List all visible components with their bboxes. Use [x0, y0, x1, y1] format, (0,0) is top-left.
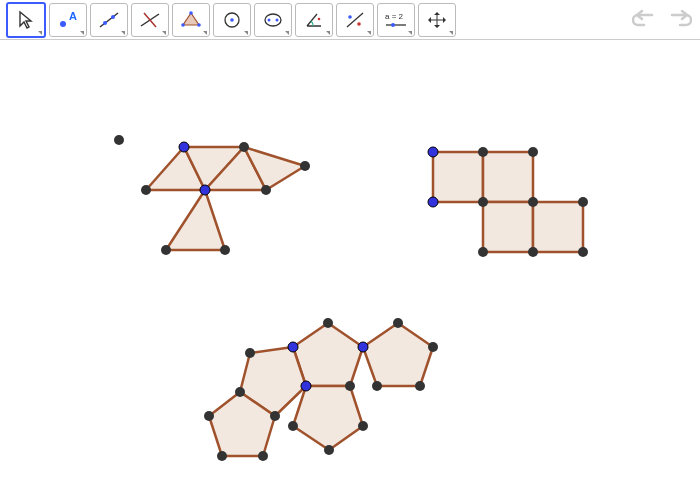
svg-point-22	[391, 23, 395, 27]
svg-point-72	[288, 421, 298, 431]
svg-point-13	[265, 14, 281, 26]
svg-point-38	[114, 135, 124, 145]
undo-redo-group	[630, 5, 694, 35]
svg-point-8	[189, 11, 193, 15]
svg-marker-42	[533, 202, 583, 252]
svg-point-45	[478, 197, 488, 207]
redo-icon	[666, 9, 692, 31]
svg-point-49	[528, 247, 538, 257]
svg-point-19	[357, 22, 361, 26]
svg-point-14	[268, 18, 271, 21]
ellipse-icon	[262, 10, 284, 30]
construction-svg	[0, 40, 700, 500]
move-arrows-icon	[426, 10, 448, 30]
perpendicular-icon	[139, 10, 161, 30]
reflect-icon	[344, 10, 366, 30]
redo-button[interactable]	[664, 5, 694, 35]
svg-point-70	[358, 421, 368, 431]
circle-center-icon	[221, 10, 243, 30]
svg-point-16	[318, 17, 321, 20]
svg-point-74	[217, 451, 227, 461]
angle-icon	[303, 10, 325, 30]
undo-icon	[632, 9, 658, 31]
svg-line-6	[144, 13, 156, 27]
svg-marker-56	[293, 386, 363, 450]
svg-point-44	[478, 147, 488, 157]
svg-point-48	[528, 197, 538, 207]
line-icon	[98, 10, 120, 30]
svg-point-65	[415, 381, 425, 391]
polygon-tool[interactable]	[172, 3, 210, 37]
svg-point-9	[197, 23, 201, 27]
svg-point-46	[428, 197, 438, 207]
perpendicular-tool[interactable]	[131, 3, 169, 37]
svg-point-68	[235, 387, 245, 397]
svg-point-60	[358, 342, 368, 352]
polygon-icon	[180, 10, 202, 30]
svg-point-18	[348, 15, 352, 19]
svg-point-12	[230, 18, 234, 22]
svg-point-64	[428, 342, 438, 352]
svg-text:a = 2: a = 2	[385, 12, 404, 21]
svg-point-71	[324, 445, 334, 455]
svg-point-10	[181, 23, 185, 27]
svg-point-61	[345, 381, 355, 391]
svg-point-37	[220, 245, 230, 255]
svg-point-50	[478, 247, 488, 257]
geometry-canvas[interactable]	[0, 40, 700, 500]
point-tool[interactable]: A	[49, 3, 87, 37]
svg-point-66	[372, 381, 382, 391]
svg-point-35	[300, 161, 310, 171]
svg-point-0	[60, 21, 66, 27]
svg-point-43	[428, 147, 438, 157]
svg-point-32	[200, 185, 210, 195]
svg-point-31	[141, 185, 151, 195]
svg-point-69	[245, 348, 255, 358]
svg-point-59	[323, 318, 333, 328]
move-view-tool[interactable]	[418, 3, 456, 37]
angle-tool[interactable]	[295, 3, 333, 37]
svg-point-34	[261, 185, 271, 195]
triangles-cluster	[114, 135, 310, 255]
svg-marker-39	[433, 152, 483, 202]
ellipse-tool[interactable]	[254, 3, 292, 37]
svg-point-73	[258, 451, 268, 461]
svg-point-30	[179, 142, 189, 152]
svg-text:A: A	[69, 10, 77, 22]
move-tool[interactable]	[6, 2, 46, 38]
svg-line-17	[347, 13, 363, 27]
svg-marker-29	[166, 190, 225, 250]
svg-point-58	[288, 342, 298, 352]
pentagons-cluster	[204, 318, 438, 461]
svg-marker-40	[483, 152, 533, 202]
squares-cluster	[428, 147, 588, 257]
svg-marker-7	[183, 13, 199, 25]
slider-icon: a = 2	[383, 10, 409, 30]
point-icon: A	[57, 10, 79, 30]
svg-line-2	[100, 13, 118, 27]
svg-point-75	[204, 411, 214, 421]
svg-point-33	[239, 142, 249, 152]
line-tool[interactable]	[90, 3, 128, 37]
svg-point-62	[301, 381, 311, 391]
svg-point-4	[111, 15, 115, 19]
slider-tool[interactable]: a = 2	[377, 3, 415, 37]
svg-point-3	[103, 21, 107, 25]
toolbar: A a = 2	[0, 0, 700, 40]
svg-marker-54	[363, 323, 433, 386]
cursor-icon	[16, 10, 36, 30]
svg-point-36	[161, 245, 171, 255]
svg-point-15	[276, 18, 279, 21]
reflect-tool[interactable]	[336, 3, 374, 37]
circle-center-tool[interactable]	[213, 3, 251, 37]
svg-point-52	[578, 247, 588, 257]
svg-point-63	[393, 318, 403, 328]
svg-marker-41	[483, 202, 533, 252]
svg-point-51	[578, 197, 588, 207]
svg-point-67	[270, 411, 280, 421]
svg-point-47	[528, 147, 538, 157]
undo-button[interactable]	[630, 5, 660, 35]
